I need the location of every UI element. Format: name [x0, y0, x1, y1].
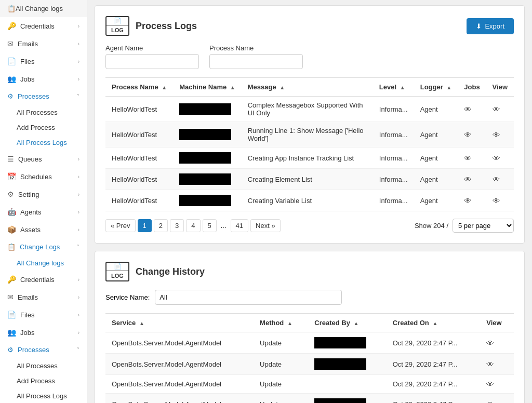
processes-icon2: ⚙ — [7, 346, 14, 354]
table-header-row: Process Name ▲ Machine Name ▲ Message ▲ … — [105, 78, 514, 97]
cell-view: 👁 — [486, 97, 514, 122]
cell-created-on: Oct 29, 2020 2:47 P... — [387, 354, 481, 375]
sidebar-subitem-all-process-logs[interactable]: All Process Logs — [0, 135, 87, 150]
cell-message: Creating Element List — [242, 169, 373, 190]
view-eye-icon[interactable]: 👁 — [493, 105, 500, 114]
sidebar-item-agents[interactable]: 🤖 Agents › — [0, 203, 87, 221]
next-button[interactable]: Next » — [250, 219, 281, 232]
sidebar-subitem-label: All Process Logs — [17, 392, 67, 400]
clipboard-icon: 📋 — [7, 5, 16, 12]
cell-logger: Agent — [414, 190, 458, 211]
cell-method: Update — [254, 332, 308, 354]
chevron-right-icon: › — [78, 209, 79, 215]
cell-process-name: HelloWorldTest — [105, 169, 173, 190]
sidebar-subitem-add-process-1[interactable]: Add Process — [0, 120, 87, 135]
ch-view-eye-icon[interactable]: 👁 — [486, 360, 494, 369]
download-icon: ⬇ — [476, 22, 482, 30]
sidebar-item-label: Assets — [20, 226, 41, 234]
cell-machine-name — [173, 169, 242, 190]
jobs-eye-icon[interactable]: 👁 — [464, 105, 472, 114]
email-icon: ✉ — [7, 39, 14, 48]
service-name-select[interactable]: All — [155, 290, 342, 305]
view-eye-icon[interactable]: 👁 — [493, 130, 500, 139]
file-icon2: 📄 — [7, 311, 16, 319]
sidebar-item-label: Agents — [20, 208, 41, 216]
agent-name-select[interactable] — [105, 54, 199, 69]
page-2-button[interactable]: 2 — [154, 219, 168, 232]
sort-icon: ▲ — [162, 85, 167, 90]
sidebar-item-credentials2[interactable]: 🔑 Credentials › — [0, 271, 87, 288]
view-eye-icon[interactable]: 👁 — [493, 175, 500, 184]
page-4-button[interactable]: 4 — [186, 219, 200, 232]
sidebar-item-emails2[interactable]: ✉ Emails › — [0, 288, 87, 306]
col-view: View — [486, 78, 514, 97]
ch-view-eye-icon[interactable]: 👁 — [486, 380, 494, 388]
jobs-eye-icon[interactable]: 👁 — [464, 196, 472, 205]
cell-view: 👁 — [480, 354, 514, 375]
process-name-select[interactable] — [209, 54, 303, 69]
pagination-controls: « Prev 1 2 3 4 5 ... 41 Next » — [105, 219, 281, 232]
sidebar-item-processes[interactable]: ⚙ Processes ˅ — [0, 88, 87, 105]
sidebar-subitem-add-process-2[interactable]: Add Process — [0, 373, 87, 388]
export-button[interactable]: ⬇ Export — [467, 18, 514, 34]
cell-created-on: Oct 29, 2020 2:47 P... — [387, 394, 481, 404]
sidebar-item-schedules[interactable]: 📅 Schedules › — [0, 168, 87, 185]
view-eye-icon[interactable]: 👁 — [493, 196, 500, 205]
col-service: Service ▲ — [105, 314, 254, 332]
jobs-eye-icon[interactable]: 👁 — [464, 154, 472, 163]
sidebar-item-queues[interactable]: ☰ Queues › — [0, 150, 87, 168]
processes-icon: ⚙ — [7, 92, 14, 100]
chevron-right-icon: › — [78, 23, 79, 29]
page-5-button[interactable]: 5 — [203, 219, 217, 232]
cell-method: Update — [254, 375, 308, 394]
sidebar-subitem-label: All Process Logs — [17, 139, 67, 146]
per-page-select[interactable]: 5 per page 10 per page 25 per page — [453, 219, 514, 233]
sidebar-subitem-all-processes-2[interactable]: All Processes — [0, 358, 87, 373]
cell-logger: Agent — [414, 122, 458, 147]
process-logs-pagination: « Prev 1 2 3 4 5 ... 41 Next » Show 204 … — [105, 219, 514, 233]
sidebar-item-change-logs[interactable]: 📋 Change Logs ˅ — [0, 238, 87, 256]
prev-button[interactable]: « Prev — [105, 219, 136, 232]
sidebar-item-label: All Change logs — [16, 5, 63, 12]
ch-view-eye-icon[interactable]: 👁 — [486, 339, 494, 347]
sidebar-subitem-all-change-logs[interactable]: All Change logs — [0, 256, 87, 271]
sidebar-item-assets[interactable]: 📦 Assets › — [0, 221, 87, 238]
sidebar-item-all-change-logs-top[interactable]: 📋 All Change logs — [0, 0, 87, 17]
sidebar-item-emails[interactable]: ✉ Emails › — [0, 35, 87, 52]
cell-view: 👁 — [480, 332, 514, 354]
sidebar-item-processes2[interactable]: ⚙ Processes ˅ — [0, 341, 87, 358]
key-icon: 🔑 — [7, 22, 16, 30]
chevron-right-icon: › — [78, 174, 79, 180]
sidebar-subitem-label: Add Process — [17, 377, 55, 385]
cell-jobs: 👁 — [458, 190, 486, 211]
sidebar-subitem-all-process-logs-2[interactable]: All Process Logs — [0, 388, 87, 403]
sidebar-item-setting[interactable]: ⚙ Setting › — [0, 185, 87, 203]
page-1-button[interactable]: 1 — [138, 219, 152, 232]
col-jobs: Jobs — [458, 78, 486, 97]
agents-icon: 🤖 — [7, 208, 16, 216]
sidebar-subitem-all-processes-1[interactable]: All Processes — [0, 105, 87, 120]
jobs-eye-icon[interactable]: 👁 — [464, 130, 472, 139]
sidebar-item-jobs2[interactable]: 👥 Jobs › — [0, 324, 87, 341]
sidebar-item-credentials[interactable]: 🔑 Credentials › — [0, 17, 87, 35]
page-41-button[interactable]: 41 — [231, 219, 248, 232]
process-name-filter: Process Name — [209, 44, 303, 69]
sidebar-item-files[interactable]: 📄 Files › — [0, 52, 87, 70]
view-eye-icon[interactable]: 👁 — [493, 154, 500, 163]
sidebar-item-files2[interactable]: 📄 Files › — [0, 306, 87, 324]
cell-service: OpenBots.Server.Model.AgentModel — [105, 394, 254, 404]
process-logs-filters: Agent Name Process Name — [105, 44, 514, 69]
chevron-right-icon: › — [78, 59, 79, 64]
sidebar-item-jobs[interactable]: 👥 Jobs › — [0, 70, 87, 88]
ch-view-eye-icon[interactable]: 👁 — [486, 400, 494, 404]
chevron-down-icon: ˅ — [77, 244, 79, 250]
jobs-eye-icon[interactable]: 👁 — [464, 175, 472, 184]
sort-icon: ▲ — [287, 320, 292, 326]
sidebar-item-label: Jobs — [20, 75, 34, 83]
page-3-button[interactable]: 3 — [170, 219, 184, 232]
col-level: Level ▲ — [373, 78, 414, 97]
col-created-on: Created On ▲ — [387, 314, 481, 332]
col-method: Method ▲ — [254, 314, 308, 332]
chevron-right-icon: › — [78, 41, 79, 47]
cell-method: Update — [254, 394, 308, 404]
